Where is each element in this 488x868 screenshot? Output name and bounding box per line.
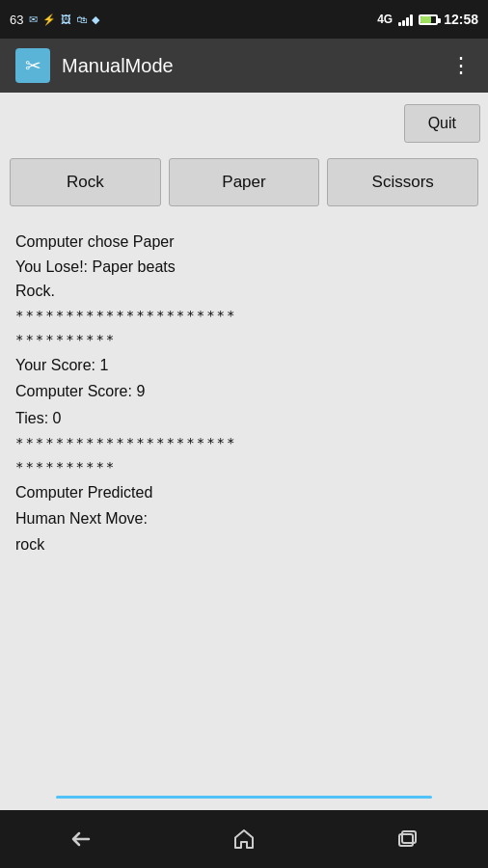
score-section: Your Score: 1 Computer Score: 9 Ties: 0 [15, 352, 476, 431]
predict-line1: Computer Predicted [15, 484, 152, 501]
recent-apps-button[interactable] [378, 820, 436, 858]
app-icon: ✂ [15, 48, 50, 83]
app-icon-graphic: ✂ [25, 56, 41, 75]
predict-line3: rock [15, 536, 44, 553]
signal-bar-2 [402, 20, 405, 26]
prediction-section: Computer Predicted Human Next Move: rock [15, 479, 476, 558]
app-title: ManualMode [62, 55, 174, 77]
divider-1a: ********************** [15, 304, 476, 328]
battery-icon [419, 14, 438, 25]
signal-bar-4 [410, 14, 413, 26]
status-bar: 63 ✉ ⚡ 🖼 🛍 ◆ 4G 12:58 [0, 0, 488, 39]
icon-sms: ✉ [29, 14, 38, 26]
status-number: 63 [10, 13, 23, 27]
app-bar-left: ✂ ManualMode [15, 48, 174, 83]
quit-button[interactable]: Quit [404, 104, 480, 143]
recent-apps-icon [395, 827, 419, 851]
scissors-button[interactable]: Scissors [327, 158, 478, 206]
quit-row: Quit [8, 104, 480, 143]
app-bar: ✂ ManualMode ⋮ [0, 39, 488, 93]
divider-2b: ********** [15, 455, 476, 479]
network-type: 4G [377, 13, 393, 26]
back-icon [69, 827, 93, 851]
result-line1-text: Computer chose Paper [15, 233, 175, 250]
result-line2-text: You Lose!: Paper beats [15, 258, 176, 275]
icon-cart: 🛍 [76, 14, 87, 26]
signal-bar-1 [398, 22, 401, 26]
status-right: 4G 12:58 [377, 12, 478, 27]
predict-line2: Human Next Move: [15, 510, 148, 527]
signal-bar-3 [406, 17, 409, 26]
input-bar [56, 796, 432, 799]
input-bar-row [8, 776, 480, 799]
signal-bars [398, 13, 413, 26]
nav-bar [0, 810, 488, 868]
notification-icons: ✉ ⚡ 🖼 🛍 ◆ [29, 14, 99, 26]
result-line3-text: Rock. [15, 283, 55, 299]
divider-2a: ********************** [15, 431, 476, 455]
clock: 12:58 [444, 12, 478, 27]
main-content: Quit Rock Paper Scissors Computer chose … [0, 93, 488, 810]
ties: Ties: 0 [15, 410, 61, 426]
game-buttons-row: Rock Paper Scissors [8, 158, 480, 206]
divider-1b: ********** [15, 328, 476, 352]
icon-dropbox: ◆ [92, 14, 99, 26]
result-line1: Computer chose Paper You Lose!: Paper be… [15, 230, 476, 304]
more-options-icon[interactable]: ⋮ [450, 53, 473, 78]
battery-fill [420, 16, 431, 23]
your-score: Your Score: 1 [15, 357, 108, 373]
icon-usb: ⚡ [42, 14, 56, 26]
computer-score: Computer Score: 9 [15, 383, 145, 399]
back-button[interactable] [52, 820, 110, 858]
results-area: Computer chose Paper You Lose!: Paper be… [8, 230, 480, 558]
rock-button[interactable]: Rock [10, 158, 161, 206]
home-icon [232, 827, 256, 851]
home-button[interactable] [215, 820, 273, 858]
icon-image: 🖼 [61, 14, 71, 26]
paper-button[interactable]: Paper [169, 158, 320, 206]
status-left: 63 ✉ ⚡ 🖼 🛍 ◆ [10, 13, 99, 27]
